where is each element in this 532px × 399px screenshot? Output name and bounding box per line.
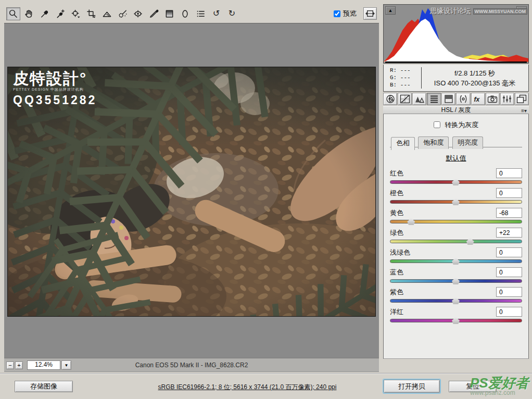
color-sampler-icon [55, 9, 65, 19]
hsl-slider-purple: 紫色 [390, 287, 522, 303]
slider-value-red[interactable] [496, 168, 522, 178]
slider-thumb-magenta[interactable] [452, 317, 460, 324]
histogram-watermark: 思缘设计论坛 WWW.MISSYUAN.COM [430, 6, 527, 16]
rgb-g-readout: G: --- [390, 74, 411, 81]
subtab-luminance[interactable]: 明亮度 [452, 136, 483, 149]
radial-filter-button[interactable] [178, 7, 192, 20]
shadow-clipping-indicator[interactable]: ▲ [385, 6, 396, 15]
slider-track-orange[interactable] [390, 200, 522, 204]
tab-presets[interactable] [500, 93, 514, 105]
tab-lens-corrections[interactable] [456, 93, 470, 105]
histogram-panel: ▲ ▲ 思缘设计论坛 WWW.MISSYUAN.COM [383, 4, 529, 64]
graduated-filter-icon [164, 9, 174, 19]
default-values-link[interactable]: 默认值 [390, 154, 522, 163]
panel-title-bar: HSL / 灰度 ≡▾ [383, 106, 529, 114]
photo-preview[interactable]: 皮特設計° PETTEY DESIGN 中国品牌设计机构 QQ3551282 [7, 67, 376, 317]
slider-track-yellow[interactable] [390, 220, 522, 223]
slider-label-purple: 紫色 [390, 288, 403, 297]
hsl-grayscale-tab-icon [428, 94, 440, 104]
tab-camera-calibration[interactable] [486, 93, 500, 105]
crop-tool-icon [86, 9, 96, 19]
slider-track-red[interactable] [390, 180, 522, 184]
footer-divider [0, 373, 532, 374]
tab-snapshots[interactable] [515, 93, 529, 105]
preview-checkbox[interactable] [334, 10, 340, 17]
workflow-options-link[interactable]: sRGB IEC61966-2.1; 8 位; 5616 x 3744 (21.… [135, 383, 359, 392]
straighten-tool-button[interactable] [100, 7, 114, 20]
slider-label-red: 红色 [390, 169, 403, 178]
crop-tool-button[interactable] [84, 7, 98, 20]
white-balance-tool-button[interactable] [37, 7, 52, 20]
rotate-cw-button[interactable]: ↻ [225, 7, 239, 20]
toggle-fullscreen-button[interactable] [363, 7, 377, 20]
slider-value-orange[interactable] [496, 188, 522, 198]
slider-value-magenta[interactable] [496, 307, 522, 317]
rotate-ccw-icon: ↺ [213, 9, 220, 18]
red-eye-tool-button[interactable] [131, 7, 145, 20]
rotate-cw-icon: ↻ [229, 9, 235, 18]
panel-menu-icon[interactable]: ≡▾ [521, 107, 527, 115]
slider-thumb-yellow[interactable] [407, 218, 415, 225]
save-image-button[interactable]: 存储图像 [15, 381, 73, 392]
preferences-button[interactable] [194, 7, 208, 20]
slider-value-green[interactable] [496, 228, 522, 238]
rotate-ccw-button[interactable]: ↺ [209, 7, 223, 20]
tone-curve-tab-icon [399, 94, 411, 104]
site-watermark-title: PS爱好者 [470, 376, 529, 390]
image-canvas-area[interactable]: 皮特設計° PETTEY DESIGN 中国品牌设计机构 QQ3551282 [4, 23, 379, 358]
subtab-saturation[interactable]: 饱和度 [418, 136, 449, 149]
color-sampler-tool-button[interactable] [53, 7, 67, 20]
slider-track-blue[interactable] [390, 279, 522, 283]
slider-track-green[interactable] [390, 240, 522, 243]
zoom-level-dropdown[interactable]: ▼ [61, 360, 71, 370]
slider-label-green: 绿色 [390, 228, 403, 238]
toolbar: ↺ ↻ 预览 [4, 5, 379, 22]
slider-thumb-red[interactable] [452, 179, 460, 185]
zoom-out-button[interactable]: − [6, 361, 14, 369]
slider-label-blue: 蓝色 [390, 268, 403, 277]
photo-brand-text: 皮特設計° [13, 70, 97, 87]
histogram-watermark-url: WWW.MISSYUAN.COM [473, 8, 528, 15]
slider-value-purple[interactable] [496, 287, 522, 297]
hsl-slider-yellow: 黄色 [390, 208, 522, 223]
slider-value-aqua[interactable] [496, 247, 522, 257]
zoom-level-field[interactable]: 12.4% [27, 360, 60, 370]
slider-thumb-aqua[interactable] [452, 258, 460, 265]
slider-thumb-green[interactable] [466, 238, 474, 245]
graduated-filter-button[interactable] [162, 7, 176, 20]
basic-tab-icon [385, 94, 396, 104]
radial-filter-icon [180, 9, 190, 19]
adjustment-brush-button[interactable] [147, 7, 161, 20]
slider-value-blue[interactable] [496, 267, 522, 277]
hand-tool-button[interactable] [22, 7, 36, 20]
subtab-hue[interactable]: 色相 [391, 137, 415, 150]
tab-effects[interactable] [471, 93, 485, 105]
slider-value-yellow[interactable] [496, 208, 522, 218]
iso-lens-info: ISO 400 70-200@135 毫米 [423, 78, 526, 88]
slider-label-yellow: 黄色 [390, 208, 403, 218]
tab-tone-curve[interactable] [398, 93, 412, 105]
zoom-in-button[interactable]: + [15, 361, 23, 369]
slider-track-aqua[interactable] [390, 259, 522, 263]
tab-basic[interactable] [383, 93, 397, 105]
slider-track-magenta[interactable] [390, 319, 522, 322]
tab-detail[interactable] [412, 93, 426, 105]
white-balance-eyedropper-icon [40, 9, 49, 19]
slider-thumb-orange[interactable] [452, 198, 460, 205]
slider-thumb-purple[interactable] [452, 297, 460, 304]
photo-brand-subtext: PETTEY DESIGN 中国品牌设计机构 [13, 87, 97, 92]
tab-hsl-grayscale[interactable] [427, 93, 441, 105]
convert-to-grayscale-checkbox[interactable] [434, 121, 440, 128]
tab-split-toning[interactable] [441, 93, 455, 105]
photo-watermark: 皮特設計° PETTEY DESIGN 中国品牌设计机构 QQ3551282 [13, 70, 97, 107]
camera-calibration-tab-icon [487, 94, 498, 104]
split-toning-tab-icon [443, 94, 454, 104]
spot-removal-tool-button[interactable] [116, 7, 130, 20]
slider-thumb-blue[interactable] [452, 278, 460, 284]
zoom-tool-icon [8, 9, 18, 19]
info-divider [421, 67, 422, 89]
zoom-tool-button[interactable] [6, 7, 20, 20]
slider-track-purple[interactable] [390, 299, 522, 303]
open-copy-button[interactable]: 打开拷贝 [384, 380, 440, 393]
targeted-adjustment-tool-button[interactable] [69, 7, 83, 20]
